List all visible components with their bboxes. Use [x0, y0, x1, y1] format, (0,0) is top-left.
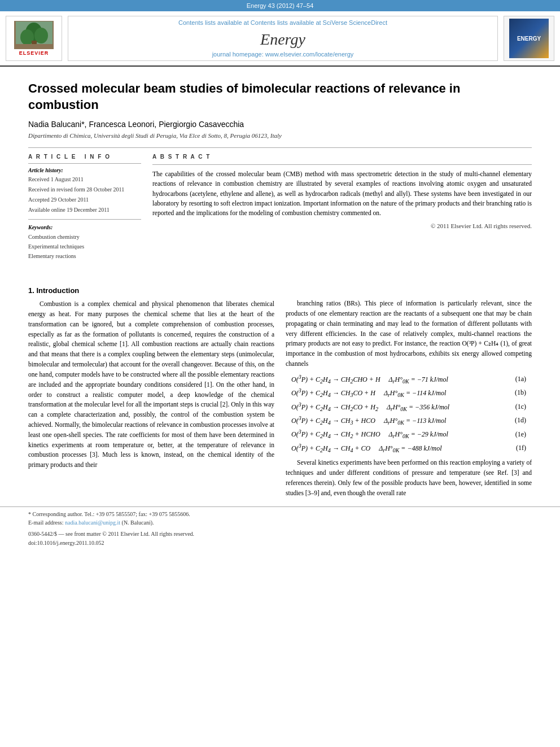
footnote-issn: 0360-5442/$ — see front matter © 2011 El…: [28, 530, 532, 538]
equation-row-1d: O(3P) + C2H4 → CH3 + HCO ΔrH°0K = −113 k…: [291, 415, 526, 426]
journal-citation: Energy 43 (2012) 47–54: [247, 2, 314, 9]
sciverse-name[interactable]: Contents lists available at SciVerse Sci…: [251, 19, 387, 26]
keyword-1: Combustion chemistry: [28, 232, 141, 242]
footnote-area: * Corresponding author. Tel.: +39 075 58…: [0, 506, 560, 546]
eq-formula-1d: O(3P) + C2H4 → CH3 + HCO ΔrH°0K = −113 k…: [291, 415, 509, 426]
abstract-text: The capabilities of the crossed molecula…: [152, 169, 532, 218]
equation-row-1e: O(3P) + C2H4 → CH2 + HCHO ΔrH°0K = −29 k…: [291, 429, 526, 439]
keywords-list: Combustion chemistry Experimental techni…: [28, 232, 141, 261]
journal-header: ELSEVIER Contents lists available at Con…: [0, 11, 560, 67]
equation-row-1a: O(3P) + C2H4 → CH2CHO + H ΔrH°0K = −71 k…: [291, 374, 526, 385]
accepted-date: Accepted 29 October 2011: [28, 195, 141, 204]
main-body-section: 1. Introduction Combustion is a complex …: [0, 281, 560, 498]
eq-label-1b: (1b): [515, 388, 526, 397]
homepage-label: journal homepage:: [212, 51, 265, 58]
elsevier-tree-svg: [16, 21, 53, 49]
journal-homepage: journal homepage: www.elsevier.com/locat…: [212, 51, 354, 58]
eq-formula-1f: O(3P) + C2H4 → CH4 + CO ΔrH°0K = −488 kJ…: [291, 443, 510, 453]
journal-name: Energy: [260, 30, 305, 49]
divider-info: [28, 219, 141, 220]
eq-formula-1b: O(3P) + C2H4 → CH3CO + H ΔrH°0K = −114 k…: [291, 387, 509, 398]
body-left-col: 1. Introduction Combustion is a complex …: [28, 281, 274, 498]
equation-row-1c: O(3P) + C2H4 → CH2CO + H2 ΔrH°0K = −356 …: [291, 401, 526, 412]
affiliation-line: Dipartimento di Chimica, Università degl…: [28, 132, 532, 139]
intro-section-title: 1. Introduction: [28, 286, 274, 295]
energy-cover-image: ENERGY: [509, 19, 549, 58]
divider-1: [28, 147, 532, 148]
eq-label-1d: (1d): [515, 416, 526, 425]
journal-citation-bar: Energy 43 (2012) 47–54: [0, 0, 560, 11]
equation-row-1b: O(3P) + C2H4 → CH3CO + H ΔrH°0K = −114 k…: [291, 387, 526, 398]
article-title: Crossed molecular beam studies of bimole…: [28, 81, 532, 113]
eq-formula-1a: O(3P) + C2H4 → CH2CHO + H ΔrH°0K = −71 k…: [291, 374, 510, 385]
eq-label-1f: (1f): [516, 444, 526, 452]
article-info-col: A R T I C L E I N F O Article history: R…: [28, 154, 141, 261]
intro-text-right: branching ratios (BRs). This piece of in…: [286, 299, 532, 369]
right-text-2: Several kinetics experiments have been p…: [286, 458, 532, 498]
footnote-corresponding: * Corresponding author. Tel.: +39 075 58…: [28, 510, 532, 518]
sciverse-link: Contents lists available at Contents lis…: [178, 19, 387, 26]
equation-row-1f: O(3P) + C2H4 → CH4 + CO ΔrH°0K = −488 kJ…: [291, 443, 526, 453]
corresponding-text: * Corresponding author. Tel.: +39 075 58…: [28, 511, 190, 517]
keywords-label: Keywords:: [28, 224, 141, 230]
authors-text: Nadia Balucani*, Francesca Leonori, Pier…: [28, 120, 244, 129]
elsevier-tree-image: [14, 21, 54, 49]
email-label: E-mail address:: [28, 519, 65, 526]
copyright-text: © 2011 Elsevier Ltd. All rights reserved…: [152, 222, 532, 229]
divider-abstract: [152, 164, 532, 165]
intro-text-1: Combustion is a complex chemical and phy…: [28, 299, 274, 470]
history-label: Article history:: [28, 167, 141, 173]
elsevier-logo: ELSEVIER: [6, 16, 62, 61]
keyword-3: Elementary reactions: [28, 251, 141, 261]
doi-text: doi:10.1016/j.energy.2011.10.052: [28, 540, 532, 546]
article-history: Received 1 August 2011 Received in revis…: [28, 175, 141, 215]
page: Energy 43 (2012) 47–54 ELSEVIER Contents…: [0, 0, 560, 747]
email-suffix: (N. Balucani).: [120, 519, 154, 526]
email-link[interactable]: nadia.balucani@unipg.it: [65, 519, 120, 526]
sciverse-prefix: Contents lists available at: [178, 19, 251, 26]
svg-rect-5: [16, 44, 53, 49]
article-header-section: Crossed molecular beam studies of bimole…: [0, 67, 560, 272]
keyword-2: Experimental techniques: [28, 242, 141, 251]
eq-label-1e: (1e): [515, 430, 526, 439]
received-date: Received 1 August 2011: [28, 175, 141, 184]
body-right-col: branching ratios (BRs). This piece of in…: [286, 281, 532, 498]
revised-label: Received in revised form 28 October 2011: [28, 185, 141, 194]
eq-label-1a: (1a): [515, 375, 526, 383]
energy-cover-text: ENERGY: [517, 36, 541, 42]
online-date: Available online 19 December 2011: [28, 206, 141, 215]
eq-formula-1c: O(3P) + C2H4 → CH2CO + H2 ΔrH°0K = −356 …: [291, 401, 510, 412]
authors-line: Nadia Balucani*, Francesca Leonori, Pier…: [28, 120, 532, 129]
eq-formula-1e: O(3P) + C2H4 → CH2 + HCHO ΔrH°0K = −29 k…: [291, 429, 510, 439]
homepage-url[interactable]: www.elsevier.com/locate/energy: [265, 51, 354, 58]
elsevier-text: ELSEVIER: [19, 50, 49, 56]
eq-label-1c: (1c): [515, 403, 526, 411]
article-info-header: A R T I C L E I N F O: [28, 154, 141, 160]
right-para-2: Several kinetics experiments have been p…: [286, 458, 532, 498]
journal-title-section: Contents lists available at Contents lis…: [68, 16, 498, 61]
equations-block: O(3P) + C2H4 → CH2CHO + H ΔrH°0K = −71 k…: [286, 374, 532, 453]
issn-text: 0360-5442/$ — see front matter © 2011 El…: [28, 531, 194, 537]
intro-paragraph-1: Combustion is a complex chemical and phy…: [28, 299, 274, 470]
intro-right-para: branching ratios (BRs). This piece of in…: [286, 299, 532, 369]
abstract-header: A B S T R A C T: [152, 154, 532, 160]
footnote-email: E-mail address: nadia.balucani@unipg.it …: [28, 518, 532, 527]
abstract-col: A B S T R A C T The capabilities of the …: [152, 154, 532, 261]
article-meta-section: A R T I C L E I N F O Article history: R…: [28, 154, 532, 261]
energy-logo-box: ENERGY: [504, 16, 554, 61]
article-info-box: Article history: Received 1 August 2011 …: [28, 163, 141, 261]
